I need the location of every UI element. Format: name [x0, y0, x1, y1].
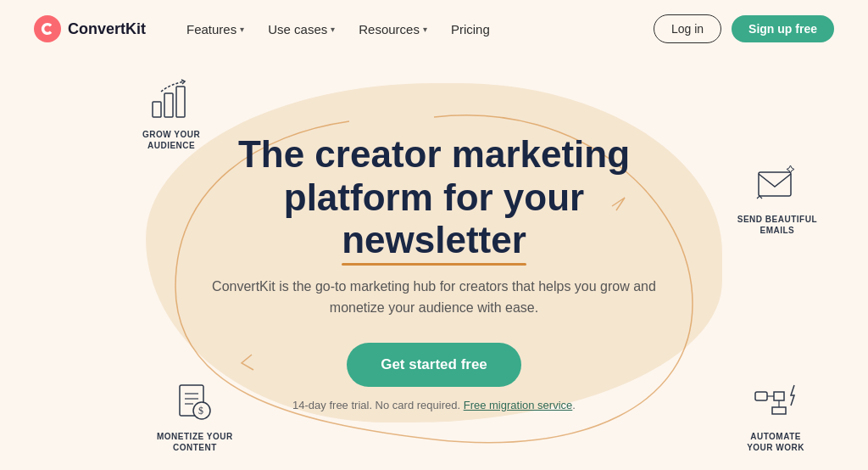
nav-links: Features ▾ Use cases ▾ Resources ▾ Prici… — [176, 15, 654, 43]
login-button[interactable]: Log in — [654, 14, 721, 43]
brand-name: ConvertKit — [68, 20, 146, 38]
signup-button[interactable]: Sign up free — [732, 15, 834, 42]
nav-pricing[interactable]: Pricing — [441, 15, 500, 43]
svg-rect-3 — [176, 87, 185, 117]
hero-content: The creator marketing platform for your … — [188, 133, 680, 411]
navigation: ConvertKit Features ▾ Use cases ▾ Resour… — [0, 0, 868, 58]
svg-rect-4 — [759, 172, 791, 196]
logo-icon — [34, 15, 61, 42]
svg-rect-1 — [153, 102, 161, 117]
chevron-down-icon: ▾ — [240, 25, 244, 34]
nav-use-cases[interactable]: Use cases ▾ — [258, 15, 345, 43]
nav-actions: Log in Sign up free — [654, 14, 834, 43]
automate-icon — [750, 377, 801, 428]
free-migration-link[interactable]: Free migration service — [464, 399, 573, 411]
hero-subtitle: ConvertKit is the go-to marketing hub fo… — [188, 276, 680, 319]
hero-title-highlight: newsletter — [342, 219, 526, 262]
hero-title: The creator marketing platform for your … — [188, 133, 680, 262]
svg-point-0 — [34, 15, 61, 42]
hero-section: GROW YOUR AUDIENCE SEND BEAUTIFUL EMAILS… — [0, 58, 868, 470]
nav-features[interactable]: Features ▾ — [176, 15, 254, 43]
email-card-label: SEND BEAUTIFUL EMAILS — [737, 214, 817, 236]
logo-link[interactable]: ConvertKit — [34, 15, 146, 42]
chevron-down-icon: ▾ — [423, 25, 427, 34]
send-email-icon — [752, 159, 803, 210]
float-card-email: SEND BEAUTIFUL EMAILS — [737, 159, 817, 236]
svg-rect-2 — [164, 93, 173, 117]
get-started-button[interactable]: Get started free — [347, 343, 521, 387]
svg-rect-11 — [755, 392, 767, 400]
hero-footnote: 14-day free trial. No card required. Fre… — [188, 399, 680, 411]
chevron-down-icon: ▾ — [331, 25, 335, 34]
nav-resources[interactable]: Resources ▾ — [348, 15, 437, 43]
float-card-automate: AUTOMATE YOUR WORK — [747, 377, 804, 453]
monetize-card-label: MONETIZE YOUR CONTENT — [157, 431, 233, 453]
grow-audience-icon — [146, 75, 197, 126]
automate-card-label: AUTOMATE YOUR WORK — [747, 431, 804, 453]
